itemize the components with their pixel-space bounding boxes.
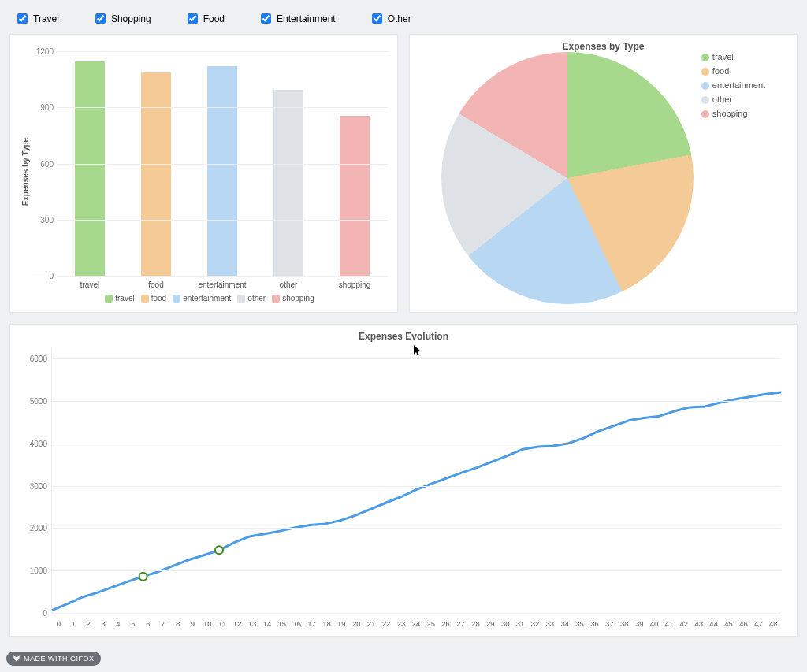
legend-item-shopping[interactable]: shopping — [701, 109, 765, 118]
xaxis-tick: 9 — [185, 619, 200, 628]
xaxis-tick: 11 — [215, 619, 230, 628]
gridline: 2000 — [52, 528, 781, 529]
filter-label: Travel — [33, 13, 59, 24]
xaxis-tick: 35 — [572, 619, 587, 628]
xaxis-tick: 14 — [259, 619, 274, 628]
legend-item-entertainment[interactable]: entertainment — [173, 294, 231, 303]
xaxis-tick: 46 — [736, 619, 751, 628]
bar-cat-label: other — [255, 277, 322, 289]
legend-item-shopping[interactable]: shopping — [272, 294, 314, 303]
filter-entertainment[interactable]: Entertainment — [258, 11, 336, 26]
filter-label: Other — [388, 13, 411, 24]
filter-shopping-checkbox[interactable] — [95, 13, 106, 24]
xaxis-tick: 26 — [438, 619, 453, 628]
filter-entertainment-checkbox[interactable] — [261, 13, 271, 24]
pie-chart-card: Expenses by Type travelfoodentertainment… — [409, 34, 798, 313]
xaxis-tick: 29 — [483, 619, 498, 628]
legend-item-food[interactable]: food — [141, 294, 166, 303]
legend-item-other[interactable]: other — [701, 95, 765, 104]
xaxis-tick: 8 — [170, 619, 185, 628]
legend-item-travel[interactable]: travel — [701, 52, 765, 61]
bar-cat-label: travel — [57, 277, 123, 289]
gridline: 600 — [57, 164, 388, 165]
filter-travel[interactable]: Travel — [14, 11, 59, 26]
xaxis-tick: 22 — [379, 619, 394, 628]
xaxis-tick: 21 — [364, 619, 379, 628]
line-chart[interactable]: 0100020003000400050006000 — [51, 347, 781, 614]
xaxis-tick: 38 — [617, 619, 632, 628]
xaxis-tick: 39 — [632, 619, 647, 628]
gridline: 3000 — [52, 486, 781, 487]
bar-categories: travelfoodentertainmentothershopping — [57, 277, 388, 289]
xaxis-tick: 37 — [602, 619, 617, 628]
xaxis-tick: 1 — [66, 619, 81, 628]
line-marker[interactable] — [139, 573, 147, 581]
xaxis-tick: 28 — [468, 619, 483, 628]
legend-item-food[interactable]: food — [701, 66, 765, 76]
gridline: 5000 — [52, 401, 781, 402]
xaxis-tick: 0 — [51, 619, 66, 628]
xaxis-tick: 6 — [140, 619, 155, 628]
filter-travel-checkbox[interactable] — [17, 13, 28, 24]
xaxis-tick: 40 — [647, 619, 662, 628]
bar-cat-label: shopping — [322, 277, 388, 289]
bar-entertainment[interactable] — [189, 41, 255, 277]
gridline: 1200 — [57, 51, 388, 52]
cursor-icon — [414, 345, 422, 356]
bar-cat-label: food — [123, 277, 189, 289]
xaxis-tick: 36 — [587, 619, 602, 628]
legend-item-travel[interactable]: travel — [105, 294, 134, 303]
filter-label: Shopping — [111, 13, 151, 24]
filter-label: Entertainment — [277, 13, 336, 24]
bar-chart[interactable]: 03006009001200 — [32, 41, 388, 277]
xaxis-tick: 44 — [706, 619, 721, 628]
xaxis-tick: 43 — [691, 619, 706, 628]
gridline: 0 — [52, 613, 781, 614]
gridline: 300 — [57, 220, 388, 221]
legend-item-entertainment[interactable]: entertainment — [701, 80, 765, 90]
xaxis-tick: 27 — [453, 619, 468, 628]
xaxis-tick: 20 — [349, 619, 364, 628]
filter-other[interactable]: Other — [369, 11, 411, 26]
legend-item-other[interactable]: other — [237, 294, 266, 303]
xaxis-tick: 3 — [96, 619, 111, 628]
xaxis-tick: 41 — [662, 619, 677, 628]
xaxis-tick: 16 — [289, 619, 304, 628]
line-title: Expenses Evolution — [20, 331, 787, 342]
bar-other[interactable] — [255, 41, 322, 277]
bar-cat-label: entertainment — [189, 277, 255, 289]
xaxis-tick: 25 — [423, 619, 438, 628]
xaxis-tick: 10 — [200, 619, 215, 628]
line-xaxis: 0123456789101112131415161718192021222324… — [51, 619, 781, 628]
xaxis-tick: 17 — [304, 619, 319, 628]
filter-label: Food — [203, 13, 225, 24]
filter-other-checkbox[interactable] — [372, 13, 382, 24]
xaxis-tick: 45 — [721, 619, 736, 628]
gridline: 1000 — [52, 570, 781, 571]
line-series[interactable] — [52, 392, 781, 611]
xaxis-tick: 15 — [274, 619, 289, 628]
pie-title: Expenses by Type — [419, 41, 787, 52]
bar-shopping[interactable] — [322, 41, 388, 277]
line-marker[interactable] — [215, 546, 223, 554]
filter-shopping[interactable]: Shopping — [92, 11, 151, 26]
gridline: 0 — [57, 276, 388, 277]
xaxis-tick: 34 — [557, 619, 572, 628]
xaxis-tick: 5 — [125, 619, 140, 628]
xaxis-tick: 18 — [319, 619, 334, 628]
bar-travel[interactable] — [57, 41, 123, 277]
xaxis-tick: 4 — [111, 619, 126, 628]
pie-legend: travelfoodentertainmentothershopping — [701, 52, 765, 123]
filter-food-checkbox[interactable] — [188, 13, 198, 24]
filter-food[interactable]: Food — [184, 11, 225, 26]
bar-legend: travelfoodentertainmentothershopping — [32, 289, 388, 303]
bar-food[interactable] — [123, 41, 189, 277]
pie-chart[interactable] — [441, 52, 694, 304]
gridline: 6000 — [52, 358, 781, 359]
xaxis-tick: 32 — [528, 619, 543, 628]
bar-chart-card: Expenses by Type 03006009001200 travelfo… — [9, 34, 398, 313]
filters-bar: Travel Shopping Food Entertainment Other — [9, 9, 798, 34]
xaxis-tick: 47 — [751, 619, 766, 628]
xaxis-tick: 23 — [393, 619, 408, 628]
gridline: 900 — [57, 107, 388, 108]
